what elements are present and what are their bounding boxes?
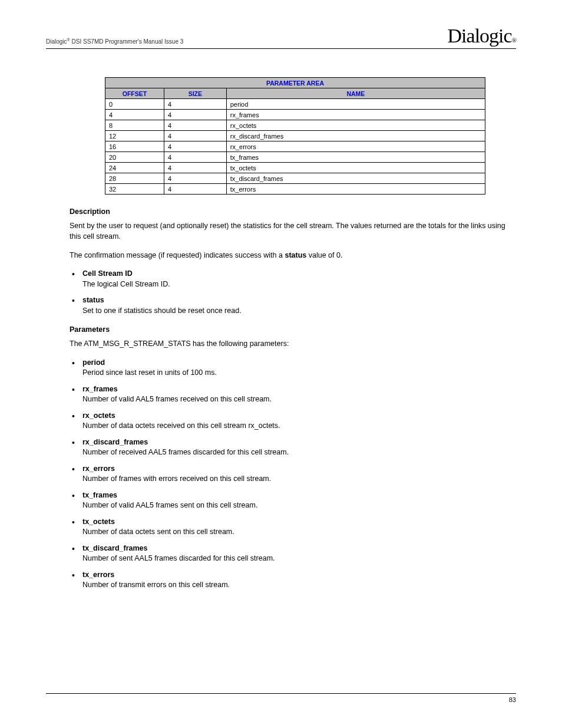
logo-text: Dialogic [448,25,512,47]
definition: Number of transmit errors on this cell s… [82,580,516,591]
cell-size: 4 [164,152,226,163]
list-item: rx_errorsNumber of frames with errors re… [82,464,516,485]
doc-title: Dialogic® DSI SS7MD Programmer's Manual … [46,38,183,47]
cell-size: 4 [164,173,226,184]
status-word: status [285,251,306,259]
term: Cell Stream ID [82,269,516,279]
list-item: Cell Stream ID The logical Cell Stream I… [82,269,516,289]
term: status [82,295,516,306]
term: tx_octets [82,517,516,528]
description-p2: The confirmation message (if requested) … [70,250,516,261]
table-row: 284tx_discard_frames [105,173,485,184]
cell-name: tx_errors [226,184,485,195]
page-number: 83 [509,696,516,703]
cell-name: rx_discard_frames [226,131,485,141]
cell-size: 4 [164,110,226,120]
cell-name: rx_frames [226,110,485,120]
term: rx_errors [82,464,516,475]
table-row: 164rx_errors [105,141,485,152]
list-item: tx_discard_framesNumber of sent AAL5 fra… [82,543,516,564]
definition: Number of sent AAL5 frames discarded for… [82,554,516,564]
definition: Number of data octets received on this c… [82,421,516,431]
list-item: rx_octetsNumber of data octets received … [82,411,516,431]
list-item: periodPeriod since last reset in units o… [82,358,516,378]
definition: The logical Cell Stream ID. [82,279,516,290]
table-row: 84rx_octets [105,120,485,131]
page-header: Dialogic® DSI SS7MD Programmer's Manual … [46,25,516,49]
dialogic-logo: Dialogic® [448,25,516,47]
cell-name: period [226,99,485,110]
content-body: Description Sent by the user to request … [46,207,516,591]
table-title: PARAMETER AREA [105,78,485,88]
text-span: The confirmation message (if requested) … [70,251,285,259]
cell-offset: 8 [105,120,164,131]
doc-title-prefix: Dialogic [46,38,67,45]
page-footer: 83 [46,693,516,703]
definition: Number of data octets sent on this cell … [82,527,516,538]
doc-title-suffix: DSI SS7MD Programmer's Manual Issue 3 [70,38,184,45]
table-row: 44rx_frames [105,110,485,120]
cell-name: tx_frames [226,152,485,163]
list-item: status Set to one if statistics should b… [82,295,516,316]
list-item: tx_errorsNumber of transmit errors on th… [82,570,516,591]
definition: Set to one if statistics should be reset… [82,306,516,317]
list-item: tx_octetsNumber of data octets sent on t… [82,517,516,538]
col-header-name: NAME [226,88,485,99]
cell-name: rx_octets [226,120,485,131]
cell-size: 4 [164,120,226,131]
cell-offset: 24 [105,163,164,173]
term: period [82,358,516,368]
cell-size: 4 [164,184,226,195]
parameter-area-table: PARAMETER AREA OFFSET SIZE NAME 04period… [105,77,485,195]
term: tx_discard_frames [82,543,516,554]
list-item: tx_framesNumber of valid AAL5 frames sen… [82,490,516,511]
cell-offset: 28 [105,173,164,184]
cell-name: tx_octets [226,163,485,173]
cell-offset: 16 [105,141,164,152]
description-heading: Description [70,207,516,216]
definition: Number of valid AAL5 frames received on … [82,394,516,405]
definition: Number of received AAL5 frames discarded… [82,447,516,458]
table-row: 124rx_discard_frames [105,131,485,141]
cell-size: 4 [164,131,226,141]
list-item: rx_discard_framesNumber of received AAL5… [82,437,516,458]
term: rx_octets [82,411,516,421]
table-row: 204tx_frames [105,152,485,163]
logo-registered: ® [512,37,516,44]
definition: Period since last reset in units of 100 … [82,368,516,378]
term: rx_frames [82,384,516,395]
cell-offset: 4 [105,110,164,120]
table-row: 04period [105,99,485,110]
description-list: Cell Stream ID The logical Cell Stream I… [70,269,516,316]
definition: Number of frames with errors received on… [82,474,516,485]
definition: Number of valid AAL5 frames sent on this… [82,500,516,511]
table-row: 244tx_octets [105,163,485,173]
col-header-offset: OFFSET [105,88,164,99]
parameters-list: periodPeriod since last reset in units o… [70,358,516,591]
cell-name: tx_discard_frames [226,173,485,184]
parameters-intro: The ATM_MSG_R_STREAM_STATS has the follo… [70,338,516,349]
cell-offset: 0 [105,99,164,110]
cell-size: 4 [164,163,226,173]
list-item: rx_framesNumber of valid AAL5 frames rec… [82,384,516,405]
cell-size: 4 [164,99,226,110]
table-body: 04period 44rx_frames 84rx_octets 124rx_d… [105,99,485,195]
term: rx_discard_frames [82,437,516,448]
cell-offset: 32 [105,184,164,195]
term: tx_frames [82,490,516,501]
cell-name: rx_errors [226,141,485,152]
term: tx_errors [82,570,516,581]
description-p1: Sent by the user to request (and optiona… [70,220,516,242]
cell-offset: 20 [105,152,164,163]
text-span: value of 0. [306,251,342,259]
table-row: 324tx_errors [105,184,485,195]
cell-size: 4 [164,141,226,152]
cell-offset: 12 [105,131,164,141]
col-header-size: SIZE [164,88,226,99]
parameters-heading: Parameters [70,325,516,334]
